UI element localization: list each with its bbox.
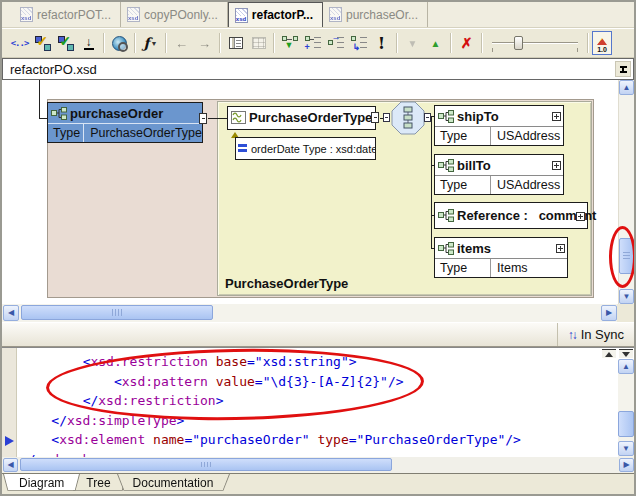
scrollbar-track[interactable]: [19, 305, 600, 321]
view-tab-label: Diagram: [19, 476, 64, 490]
scrollbar-thumb[interactable]: [619, 238, 634, 274]
collapse-handle[interactable]: [371, 112, 379, 123]
file-tab-refactorpo-active[interactable]: refactorP...: [228, 2, 323, 27]
important-button[interactable]: !: [370, 32, 393, 55]
sequence-compositor-icon[interactable]: [391, 101, 425, 135]
append-element-button[interactable]: ↳: [347, 32, 370, 55]
scroll-right-button[interactable]: ▶: [601, 305, 617, 321]
slider-tick: [492, 48, 493, 52]
code-vertical-scrollbar[interactable]: ▲ ▼: [618, 359, 634, 457]
scroll-right-button[interactable]: ▶: [619, 458, 634, 472]
attribute-box-orderdate[interactable]: orderDate Type : xsd:date: [235, 137, 376, 160]
triangle-up-icon: ▲: [431, 37, 441, 50]
show-diagram-button[interactable]: ▼: [278, 32, 301, 55]
scrollbar-thumb[interactable]: [21, 305, 213, 320]
schema-diagram-pane[interactable]: PurchaseOrderType purchaseOrder Type Pur…: [2, 80, 634, 304]
zoom-slider[interactable]: [488, 33, 582, 53]
collapse-pane-up-button[interactable]: [602, 349, 616, 358]
zoom-level-indicator[interactable]: 1.0: [592, 31, 612, 55]
element-box-shipto[interactable]: shipTo Type USAddress: [434, 105, 564, 146]
code-horizontal-scrollbar[interactable]: ◀ ▶: [2, 457, 634, 473]
code-line[interactable]: </xsd:restriction>: [20, 391, 521, 411]
element-icon: [438, 242, 454, 255]
scroll-left-button[interactable]: ◀: [3, 458, 18, 472]
delete-button[interactable]: ✗: [455, 32, 478, 55]
code-line[interactable]: </xsd:simpleType>: [20, 411, 521, 431]
collapse-handle[interactable]: [199, 113, 207, 124]
element-name: items: [457, 241, 491, 256]
grid-view-button-disabled[interactable]: [247, 32, 270, 55]
validate-button[interactable]: ✓: [31, 32, 54, 55]
function-icon: ƒ: [144, 35, 150, 51]
diagram-vertical-scrollbar[interactable]: ▲ ▼: [618, 80, 634, 304]
xpath-function-button[interactable]: ƒ▼: [139, 32, 162, 55]
diagram-horizontal-scrollbar[interactable]: ◀ ▶: [2, 304, 634, 322]
code-line[interactable]: </xsd:schema>: [20, 450, 521, 458]
move-up-button[interactable]: ▲: [424, 32, 447, 55]
branch-trunk-line: [431, 116, 432, 249]
slider-thumb[interactable]: [514, 36, 523, 50]
document-title-bar: refactorPO.xsd: [2, 58, 634, 80]
down-arrow-icon: ↓: [84, 36, 94, 50]
toolbar-separator: [219, 33, 221, 53]
file-tab-refactorpot[interactable]: refactorPOT...: [14, 2, 121, 27]
xml-source-pane[interactable]: <xsd:restriction base="xsd:string"> <xsd…: [2, 347, 634, 457]
element-icon: [438, 209, 454, 222]
scrollbar-corner: [617, 304, 634, 322]
expand-handle[interactable]: [552, 161, 561, 170]
attribute-icon: [238, 144, 248, 153]
code-lines[interactable]: <xsd:restriction base="xsd:string"> <xsd…: [20, 352, 521, 457]
element-box-reference-comment[interactable]: Reference : comment: [434, 202, 588, 229]
thumb-grip: [623, 252, 630, 260]
expand-handle[interactable]: [552, 112, 561, 121]
ibeam-icon: [620, 66, 627, 73]
scrollbar-thumb[interactable]: [618, 411, 634, 437]
forward-button-disabled[interactable]: →: [193, 32, 216, 55]
collapse-pane-down-button[interactable]: [619, 349, 633, 358]
scroll-down-button[interactable]: ▼: [619, 289, 634, 304]
split-window-button[interactable]: [615, 61, 631, 77]
scroll-left-button[interactable]: ◀: [3, 305, 19, 321]
file-tab-purchaseorder[interactable]: purchaseOr...: [323, 2, 428, 27]
slider-track[interactable]: [492, 42, 578, 44]
scroll-down-button[interactable]: ▼: [618, 441, 634, 456]
element-box-items[interactable]: items Type Items: [434, 237, 568, 278]
xsd-file-icon: [329, 7, 342, 22]
view-tab-diagram[interactable]: Diagram: [3, 474, 80, 493]
view-tab-documentation[interactable]: Documentation: [117, 474, 230, 493]
add-child-element-button[interactable]: +: [301, 32, 324, 55]
complextype-icon: [231, 111, 246, 124]
apply-changes-button[interactable]: ↓: [77, 32, 100, 55]
complextype-box-purchaseordertype[interactable]: PurchaseOrderType: [227, 106, 376, 130]
code-line[interactable]: <xsd:restriction base="xsd:string">: [20, 352, 521, 372]
element-box-purchaseorder[interactable]: purchaseOrder Type PurchaseOrderType: [47, 102, 203, 143]
element-box-billto[interactable]: billTo Type USAddress: [434, 154, 564, 195]
element-icon: [438, 159, 454, 172]
validate-ok-button[interactable]: ✓: [54, 32, 77, 55]
scroll-up-button[interactable]: ▲: [619, 80, 634, 95]
triangle-down-icon: [622, 352, 630, 357]
scrollbar-track[interactable]: [18, 458, 618, 472]
content-model-label: PurchaseOrderType: [225, 276, 348, 291]
back-button-disabled[interactable]: ←: [170, 32, 193, 55]
file-tab-bar: refactorPOT... copyPOonly... refactorP..…: [2, 2, 634, 28]
file-tab-copypoonly[interactable]: copyPOonly...: [121, 2, 228, 27]
type-label: Type: [435, 176, 491, 194]
code-line[interactable]: <xsd:pattern value="\d{3}-[A-Z]{2}"/>: [20, 372, 521, 392]
browser-preview-button[interactable]: [108, 32, 131, 55]
type-label: Type: [435, 259, 491, 277]
file-tab-label: refactorPOT...: [37, 8, 111, 22]
insert-element-button[interactable]: →: [324, 32, 347, 55]
code-line[interactable]: <xsd:element name="purchaseOrder" type="…: [20, 430, 521, 450]
element-name: shipTo: [457, 109, 499, 124]
move-down-button-disabled[interactable]: ▼: [401, 32, 424, 55]
scroll-up-button[interactable]: ▲: [618, 359, 634, 374]
slider-tick: [577, 48, 578, 52]
expand-handle[interactable]: [576, 212, 585, 221]
expand-handle[interactable]: [556, 244, 565, 253]
scrollbar-thumb[interactable]: [20, 458, 392, 471]
document-view-button[interactable]: [224, 32, 247, 55]
check-wellformed-button[interactable]: <..>: [8, 32, 31, 55]
zoom-value: 1.0: [597, 46, 607, 54]
triangle-up-icon: [605, 352, 613, 357]
